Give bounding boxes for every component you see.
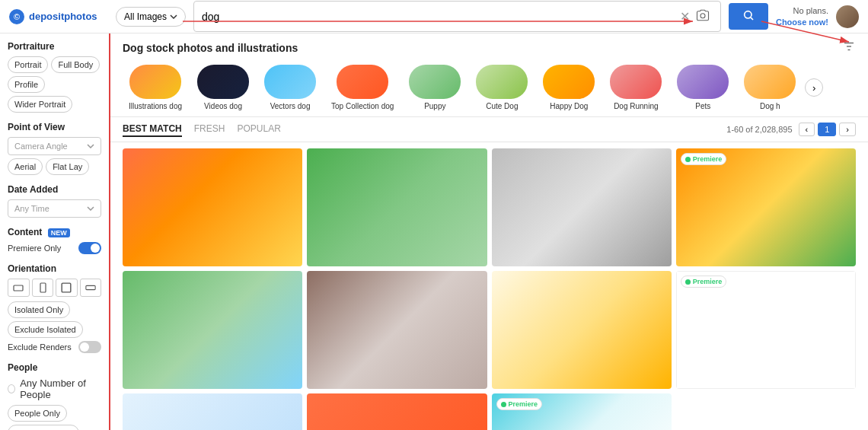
category-label: Pets — [695, 102, 710, 110]
avatar[interactable] — [836, 5, 859, 28]
category-thumb — [337, 65, 388, 99]
page-1-button[interactable]: 1 — [818, 123, 836, 136]
landscape-orient-button[interactable] — [8, 279, 30, 297]
profile-button[interactable]: Profile — [8, 76, 45, 93]
content-area: Dog stock photos and illustrations Illus… — [110, 33, 868, 430]
people-only-button[interactable]: People Only — [8, 405, 67, 422]
exclude-people-button[interactable]: Exclude People — [8, 425, 79, 430]
category-thumb — [197, 65, 249, 99]
svg-rect-3 — [40, 283, 46, 292]
content-section: Content NEW Premiere Only — [8, 227, 101, 254]
category-scroll-right[interactable]: › — [805, 78, 823, 97]
category-item[interactable]: Videos dog — [191, 62, 255, 113]
dog-orange-photo[interactable]: ★Favorites — [307, 393, 487, 430]
pov-section: Point of View Camera Angle Aerial Flat L… — [8, 122, 101, 175]
image-grid: PremierePremiere★FavoritesPremiere — [110, 142, 868, 430]
search-type-dropdown[interactable]: All Images — [116, 7, 186, 27]
people-buttons: People Only Exclude People — [8, 405, 101, 430]
camera-search-button[interactable] — [693, 5, 713, 27]
category-item[interactable]: Vectors dog — [258, 62, 322, 113]
content-title: Content NEW — [8, 227, 101, 237]
category-item[interactable]: Pets — [671, 62, 735, 113]
prev-page-button[interactable]: ‹ — [799, 123, 815, 136]
filter-icon[interactable] — [842, 40, 856, 56]
logo-icon: © — [9, 9, 24, 24]
category-item[interactable]: Cute Dog — [470, 62, 534, 113]
beagle-puppy-photo[interactable]: Premiere — [492, 393, 672, 430]
category-item[interactable]: Dog Running — [604, 62, 668, 113]
sort-tab[interactable]: BEST MATCH — [123, 122, 182, 137]
category-label: Happy Dog — [550, 102, 588, 110]
search-input[interactable] — [202, 11, 677, 23]
wider-portrait-button[interactable]: Wider Portrait — [8, 96, 72, 113]
category-item[interactable]: Top Collection dog — [325, 62, 400, 113]
next-page-button[interactable]: › — [839, 123, 856, 136]
dog-running-photo[interactable] — [492, 148, 672, 266]
dog-grass-photo[interactable] — [307, 148, 487, 266]
exclude-isolated-button[interactable]: Exclude Isolated — [8, 321, 83, 338]
any-number-row: Any Number of People — [8, 377, 101, 400]
svg-point-1 — [745, 11, 752, 18]
full-body-button[interactable]: Full Body — [51, 56, 100, 73]
camera-angle-select[interactable]: Camera Angle — [8, 137, 101, 155]
portrait-orient-button[interactable] — [32, 279, 54, 297]
pov-buttons: Aerial Flat Lay — [8, 158, 101, 175]
category-thumb — [476, 65, 528, 99]
search-wrapper: ✕ — [193, 1, 721, 32]
category-item[interactable]: Illustrations dog — [123, 62, 188, 113]
date-added-section: Date Added Any Time — [8, 184, 101, 218]
date-select[interactable]: Any Time — [8, 199, 101, 218]
sort-tabs: BEST MATCHFRESHPOPULAR — [123, 122, 281, 137]
premiere-only-label: Premiere Only — [8, 244, 61, 253]
dog-sketch-photo[interactable]: Premiere — [676, 271, 856, 389]
premiere-badge: Premiere — [681, 153, 727, 165]
category-thumb — [677, 65, 729, 99]
dog-sunset-photo[interactable] — [123, 148, 302, 266]
flat-lay-button[interactable]: Flat Lay — [46, 158, 89, 175]
plans-info: No plans. Choose now! — [776, 5, 828, 27]
search-type-label: All Images — [124, 11, 167, 22]
search-button[interactable] — [729, 3, 768, 30]
category-item[interactable]: Dog h — [738, 62, 802, 113]
main-layout: Portraiture Portrait Full Body Profile W… — [0, 33, 868, 430]
exclude-renders-toggle[interactable] — [78, 341, 101, 353]
square-orient-button[interactable] — [56, 279, 78, 297]
aerial-button[interactable]: Aerial — [8, 158, 43, 175]
category-items: Illustrations dog Videos dog Vectors dog… — [123, 62, 802, 113]
bulldog-photo[interactable] — [307, 271, 487, 389]
page-title: Dog stock photos and illustrations — [123, 42, 298, 54]
category-label: Puppy — [424, 102, 445, 110]
clear-button[interactable]: ✕ — [677, 9, 693, 24]
portraiture-buttons-2: Profile Wider Portrait — [8, 76, 101, 113]
sort-bar: BEST MATCHFRESHPOPULAR 1-60 of 2,028,895… — [110, 117, 868, 142]
premiere-only-row: Premiere Only — [8, 242, 101, 254]
premiere-only-toggle[interactable] — [78, 242, 101, 254]
isolated-only-button[interactable]: Isolated Only — [8, 301, 70, 318]
category-thumb — [129, 65, 181, 99]
pagination-area: 1-60 of 2,028,895 ‹ 1 › — [726, 123, 856, 136]
any-number-radio[interactable] — [8, 384, 15, 393]
dog-stickers-photo[interactable] — [123, 393, 302, 430]
category-thumb — [264, 65, 316, 99]
exclude-renders-row: Exclude Renders — [8, 341, 101, 353]
portraiture-title: Portraiture — [8, 41, 101, 52]
category-item[interactable]: Happy Dog — [537, 62, 601, 113]
category-label: Vectors dog — [270, 102, 311, 110]
orientation-grid — [8, 279, 101, 297]
choose-plan-link[interactable]: Choose now! — [776, 18, 828, 27]
sidebar: Portraiture Portrait Full Body Profile W… — [0, 33, 110, 430]
dog-autumn-photo[interactable]: Premiere — [676, 148, 856, 266]
sort-tab[interactable]: FRESH — [194, 122, 225, 137]
portrait-button[interactable]: Portrait — [8, 56, 48, 73]
people-title: People — [8, 362, 101, 373]
sort-tab[interactable]: POPULAR — [237, 122, 280, 137]
logo-text: depositphotos — [29, 11, 97, 22]
beagle-photo[interactable] — [492, 271, 672, 389]
panorama-orient-button[interactable] — [80, 279, 102, 297]
category-label: Dog Running — [614, 102, 658, 110]
category-item[interactable]: Puppy — [403, 62, 467, 113]
portraiture-section: Portraiture Portrait Full Body Profile W… — [8, 41, 101, 113]
people-section: People Any Number of People People Only … — [8, 362, 101, 430]
category-label: Videos dog — [204, 102, 242, 110]
dog-road-photo[interactable] — [123, 271, 302, 389]
